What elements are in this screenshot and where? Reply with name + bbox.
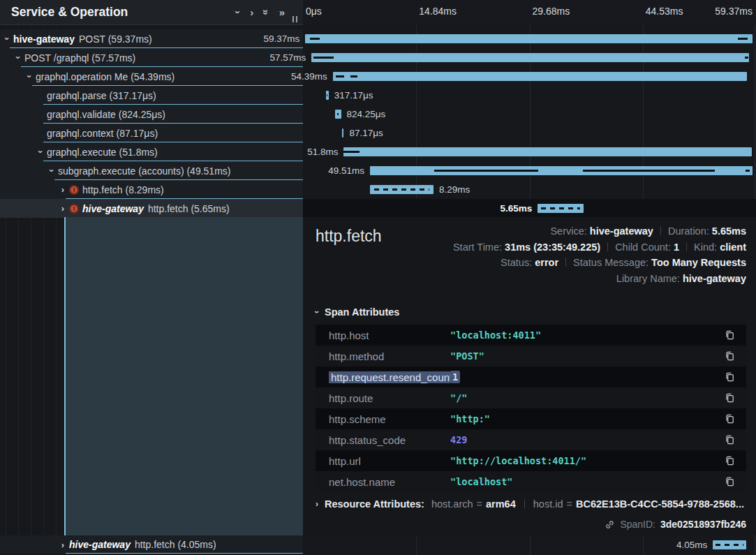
copy-icon[interactable] (714, 413, 746, 424)
span-duration-bar[interactable] (342, 128, 343, 138)
span-duration-bar[interactable] (326, 91, 329, 100)
operation-label: http.fetch (5.65ms) (148, 203, 230, 214)
copy-icon[interactable] (714, 434, 746, 445)
attribute-key-highlight: http.request.resend_count (329, 371, 450, 383)
timeline-row[interactable]: 57.57ms (303, 48, 756, 67)
tree-row-content: !http.fetch (8.29ms) (0, 180, 303, 199)
child-span-dashes (541, 207, 580, 209)
child-span-mark (313, 57, 334, 59)
operation-label: subgraph.execute (accounts) (49.51ms) (58, 165, 230, 177)
chevron-down-icon[interactable]: › (233, 10, 244, 14)
tree-row[interactable]: ›graphql.execute (51.8ms) (0, 142, 303, 161)
resource-key: host.arch (431, 498, 473, 510)
chevron-right-icon[interactable]: › (250, 7, 253, 17)
span-attributes-section: › Span Attributes http.host"localhost:40… (316, 306, 746, 492)
meta-divider (686, 242, 687, 251)
tree-row[interactable]: ›!http.fetch (8.29ms) (0, 180, 303, 199)
timeline-row[interactable]: 54.39ms (303, 67, 756, 86)
bar-duration-label: 8.29ms (439, 180, 470, 199)
copy-icon[interactable] (714, 476, 746, 487)
span-duration-bar[interactable] (343, 147, 751, 156)
timeline-row[interactable]: 87.17μs (303, 124, 756, 142)
copy-icon[interactable] (714, 455, 746, 466)
tree-row[interactable]: ›subgraph.execute (accounts) (49.51ms) (0, 161, 303, 180)
resource-attributes-title: Resource Attributes: (325, 498, 424, 510)
meta-value: Too Many Requests (651, 257, 746, 268)
tree-row[interactable]: graphql.validate (824.25μs) (0, 105, 303, 124)
child-span-dashes (374, 188, 429, 191)
span-attributes-table: http.host"localhost:4011"http.method"POS… (316, 325, 746, 492)
tree-row-content: subgraph.execute (accounts) (49.51ms) (0, 161, 303, 180)
resource-attributes-row[interactable]: › Resource Attributes: host.arch=arm64ho… (316, 498, 746, 510)
span-id-label: SpanID: (620, 519, 655, 530)
timeline-row[interactable]: 8.29ms (303, 180, 756, 199)
span-duration-bar[interactable] (538, 204, 584, 213)
tree-row[interactable]: ›hive-gatewayPOST (59.37ms) (0, 29, 303, 48)
attribute-row: http.route"/" (316, 387, 746, 408)
timeline-row[interactable]: 59.37ms (303, 29, 756, 48)
attribute-value: 429 (450, 434, 714, 445)
timeline-tick: 14.84ms (419, 6, 457, 17)
resource-equals: = (473, 498, 486, 510)
attribute-value: "http://localhost:4011/" (450, 455, 714, 466)
span-duration-bar[interactable] (370, 166, 753, 175)
service-name: hive-gateway (69, 539, 131, 550)
attribute-row: http.host"localhost:4011" (316, 325, 746, 346)
bar-duration-label: 317.17μs (334, 86, 373, 105)
timeline-row[interactable]: 5.65ms (303, 199, 756, 218)
meta-label: Status: (501, 257, 535, 268)
span-duration-bar[interactable] (370, 185, 433, 194)
meta-label: Start Time: (453, 242, 505, 253)
timeline-row[interactable]: 317.17μs (303, 86, 756, 105)
link-icon[interactable] (605, 519, 615, 530)
child-span-mark (336, 75, 344, 77)
meta-value: hive-gateway (590, 225, 653, 237)
span-duration-bar[interactable] (305, 34, 753, 43)
timeline-tick: 0μs (306, 6, 322, 17)
span-duration-bar[interactable] (311, 53, 749, 62)
operation-label: graphql.context (87.17μs) (47, 128, 158, 139)
bar-duration-label: 49.51ms (328, 161, 364, 180)
attribute-key: net.host.name (316, 476, 450, 488)
operation-label: http.fetch (8.29ms) (82, 184, 164, 195)
span-duration-bar[interactable] (333, 72, 747, 81)
meta-value: client (720, 242, 746, 253)
span-attributes-title: Span Attributes (325, 306, 399, 318)
copy-icon[interactable] (714, 392, 746, 404)
tree-row[interactable]: ›hive-gatewayhttp.fetch (4.05ms) (0, 535, 303, 554)
attribute-key: http.scheme (316, 413, 450, 425)
panel-resize-handle-icon[interactable] (292, 16, 297, 22)
resource-key: host.id (533, 498, 563, 510)
span-duration-bar[interactable] (713, 540, 746, 549)
copy-icon[interactable] (714, 350, 746, 362)
span-attributes-header[interactable]: › Span Attributes (316, 306, 746, 318)
meta-value: 1 (674, 242, 679, 253)
tree-row[interactable]: ›POST /graphql (57.57ms) (0, 48, 303, 67)
meta-value: hive-gateway (683, 273, 746, 284)
copy-icon[interactable] (714, 330, 746, 341)
timeline-row[interactable]: 824.25μs (303, 105, 756, 124)
child-span-mark (337, 113, 339, 115)
tree-row[interactable]: graphql.context (87.17μs) (0, 124, 303, 142)
resource-equals: = (563, 498, 575, 510)
double-chevron-right-icon[interactable]: » (279, 7, 285, 17)
timeline-row[interactable]: 4.05ms (303, 535, 756, 554)
span-duration-bar[interactable] (335, 110, 341, 119)
tree-row[interactable]: ›!hive-gatewayhttp.fetch (5.65ms) (0, 199, 303, 218)
double-chevron-down-icon[interactable]: » (261, 9, 272, 15)
attribute-key: http.method (316, 350, 450, 362)
child-span-dashes (716, 544, 744, 546)
service-name: hive-gateway (82, 203, 144, 214)
span-detail-meta: Service: hive-gatewayDuration: 5.65msSta… (453, 223, 746, 286)
attribute-value: "localhost:4011" (450, 330, 714, 341)
timeline-row[interactable]: 49.51ms (303, 161, 756, 180)
copy-icon[interactable] (714, 371, 746, 383)
attribute-row: http.status_code429 (316, 429, 746, 450)
tree-row[interactable]: graphql.parse (317.17μs) (0, 86, 303, 105)
meta-value: 5.65ms (712, 225, 746, 237)
timeline-row[interactable]: 51.8ms (303, 142, 756, 161)
service-name: hive-gateway (13, 34, 75, 45)
meta-divider (607, 242, 608, 251)
attribute-row: net.host.name"localhost" (316, 471, 746, 492)
tree-row[interactable]: ›graphql.operation Me (54.39ms) (0, 67, 303, 86)
